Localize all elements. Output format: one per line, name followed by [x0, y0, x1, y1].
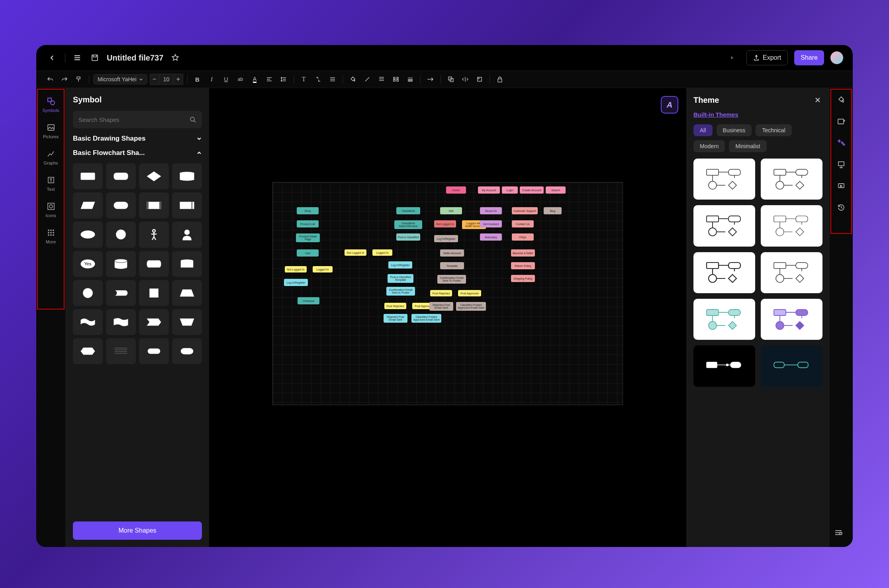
- flowchart-node[interactable]: Post Approved: [458, 290, 481, 296]
- shape-pill[interactable]: [139, 338, 169, 364]
- share-button[interactable]: Share: [794, 50, 824, 65]
- shape-trapezoid[interactable]: [172, 280, 202, 306]
- flowchart-node[interactable]: Classified Posted Approved Email Sent: [411, 314, 441, 323]
- flowchart-node[interactable]: Confirmation Email Sent to Poster: [386, 287, 415, 296]
- stroke-icon[interactable]: [361, 73, 373, 85]
- flowchart-node[interactable]: Get Involved: [480, 220, 502, 227]
- shape-ellipse[interactable]: [73, 221, 103, 247]
- font-size-increase[interactable]: +: [174, 74, 183, 85]
- shape-split[interactable]: [172, 192, 202, 218]
- flowchart-node[interactable]: Checkout: [298, 297, 319, 304]
- theme-card[interactable]: [761, 299, 822, 340]
- flowchart-node[interactable]: Product List: [297, 220, 319, 227]
- flowchart-node[interactable]: Blog: [544, 207, 562, 214]
- flowchart-node[interactable]: Sell: [440, 207, 462, 214]
- shape-rectangle[interactable]: [73, 163, 103, 189]
- flowchart-node[interactable]: Product Detail Page: [296, 233, 320, 242]
- flowchart-node[interactable]: Return Policy: [511, 262, 535, 269]
- shape-step[interactable]: [139, 309, 169, 335]
- line-weight-icon[interactable]: [404, 73, 416, 85]
- shape-wave[interactable]: [73, 309, 103, 335]
- user-avatar[interactable]: [830, 51, 843, 64]
- flowchart-node[interactable]: Template: [440, 262, 464, 269]
- undo-icon[interactable]: [44, 73, 56, 85]
- rail-graphs[interactable]: Graphs: [39, 145, 63, 169]
- filter-minimalist[interactable]: Minimalist: [729, 140, 766, 152]
- font-size-decrease[interactable]: −: [150, 74, 159, 85]
- flowchart-node[interactable]: Seller Account: [440, 249, 464, 257]
- document-title[interactable]: Untitled file737: [107, 53, 163, 63]
- flowchart-node[interactable]: Logged In: [313, 266, 333, 272]
- align-icon[interactable]: [263, 73, 275, 85]
- flowchart-node[interactable]: Log in/Register: [284, 279, 308, 286]
- redo-icon[interactable]: [59, 73, 70, 85]
- filter-all[interactable]: All: [693, 124, 713, 136]
- flowchart-node[interactable]: Shipping Policy: [511, 275, 535, 282]
- flowchart-node[interactable]: Rejected Post Email Sent: [384, 314, 407, 323]
- filter-modern[interactable]: Modern: [693, 140, 725, 152]
- distribute-icon[interactable]: [390, 73, 402, 85]
- shape-circle[interactable]: [106, 221, 136, 247]
- search-shapes-box[interactable]: [73, 111, 202, 128]
- bold-icon[interactable]: B: [192, 73, 204, 85]
- fill-tool-icon[interactable]: [836, 94, 847, 106]
- shape-cylinder[interactable]: [106, 251, 136, 277]
- back-button[interactable]: [46, 51, 59, 64]
- favorite-star-icon[interactable]: [170, 52, 181, 63]
- shape-bars[interactable]: [139, 192, 169, 218]
- flowchart-node[interactable]: Classifieds: [396, 207, 420, 214]
- flowchart-node[interactable]: About Us: [480, 207, 502, 214]
- flowchart-node[interactable]: Logged In: [372, 249, 392, 256]
- flowchart-node[interactable]: Post a Classified: [396, 233, 420, 241]
- flowchart-node[interactable]: My Account: [478, 186, 500, 194]
- rail-more[interactable]: More: [39, 224, 63, 247]
- theme-card[interactable]: [761, 345, 822, 386]
- shape-person[interactable]: [139, 221, 169, 247]
- history-icon[interactable]: [836, 202, 847, 213]
- filter-business[interactable]: Business: [717, 124, 752, 136]
- close-icon[interactable]: [813, 95, 822, 105]
- shape-rhombus[interactable]: [139, 163, 169, 189]
- lock-icon[interactable]: [494, 73, 506, 85]
- rail-pictures[interactable]: Pictures: [39, 119, 63, 142]
- flowchart-node[interactable]: Home: [446, 186, 466, 194]
- layout-icon[interactable]: [836, 159, 847, 170]
- shape-wave2[interactable]: [106, 309, 136, 335]
- flowchart-node[interactable]: Login: [502, 186, 518, 194]
- italic-icon[interactable]: I: [206, 73, 218, 85]
- shape-pipe[interactable]: [106, 280, 136, 306]
- text-case-icon[interactable]: ab: [235, 73, 247, 85]
- canvas-area[interactable]: A HomeMy AccountLoginCreate AccountSearc…: [209, 88, 686, 547]
- flowchart-node[interactable]: Search: [546, 186, 566, 194]
- shape-storage[interactable]: [139, 251, 169, 277]
- magic-wand-icon[interactable]: [836, 137, 847, 149]
- theme-subtitle[interactable]: Built-in Themes: [693, 111, 822, 118]
- shape-round2[interactable]: [172, 338, 202, 364]
- section-basic-flowchart[interactable]: Basic Flowchart Sha...: [73, 149, 202, 157]
- section-basic-drawing[interactable]: Basic Drawing Shapes: [73, 135, 202, 143]
- flip-icon[interactable]: [459, 73, 471, 85]
- theme-card[interactable]: [693, 299, 755, 340]
- hamburger-menu-icon[interactable]: [72, 52, 83, 63]
- font-family-select[interactable]: Microsoft YaHei: [93, 74, 147, 84]
- layer-icon[interactable]: [474, 73, 486, 85]
- rail-text[interactable]: Text: [39, 172, 63, 195]
- flowchart-node[interactable]: Shop: [297, 207, 319, 214]
- filter-technical[interactable]: Technical: [756, 124, 791, 136]
- document-save-icon[interactable]: [89, 52, 100, 63]
- text-tool-icon[interactable]: T: [298, 73, 310, 85]
- effects-icon[interactable]: [836, 116, 847, 127]
- format-painter-icon[interactable]: [73, 73, 85, 85]
- flowchart-node[interactable]: Not Logged In: [434, 220, 456, 227]
- flowchart-node[interactable]: Classifieds Search/Browse: [394, 220, 422, 229]
- font-color-icon[interactable]: A: [249, 73, 261, 85]
- shape-circle2[interactable]: [73, 280, 103, 306]
- theme-card[interactable]: [693, 345, 755, 386]
- flowchart-node[interactable]: Not Logged In: [285, 266, 307, 272]
- flowchart-node[interactable]: Post Rejected: [430, 290, 452, 296]
- rail-icons[interactable]: Icons: [39, 198, 63, 221]
- font-size-value[interactable]: 10: [159, 74, 174, 85]
- flowchart-node[interactable]: Post Rejected: [384, 303, 406, 309]
- flowchart-node[interactable]: Advocacy: [480, 233, 502, 241]
- theme-card[interactable]: [761, 252, 822, 293]
